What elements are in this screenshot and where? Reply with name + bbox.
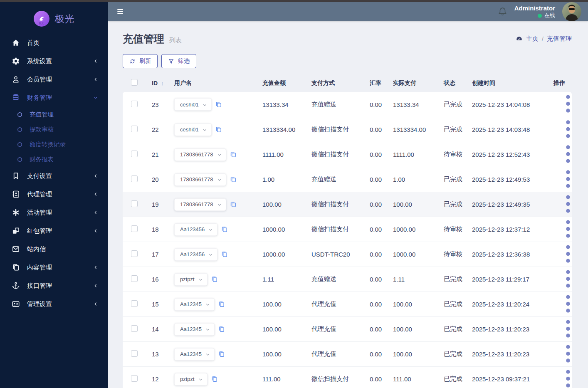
sidebar-item-system-settings[interactable]: 系统设置 [0, 52, 108, 70]
sidebar-item-content-management[interactable]: 内容管理 [0, 258, 108, 277]
copy-username-icon[interactable] [218, 351, 225, 358]
copy-username-icon[interactable] [211, 376, 218, 383]
copy-username-icon[interactable] [230, 151, 237, 158]
row-checkbox[interactable] [131, 126, 138, 132]
sidebar-item-payment-settings[interactable]: 支付设置 [0, 167, 108, 185]
row-actions-button[interactable] [559, 259, 577, 267]
sidebar-item-activity-management[interactable]: 活动管理 [0, 203, 108, 222]
sidebar-item-site-message[interactable]: 站内信 [0, 240, 108, 258]
sidebar: 极光 极光 首页系统设置会员管理财务管理充值管理提款审核额度转换记录财务报表支付… [0, 2, 108, 388]
row-checkbox[interactable] [131, 250, 138, 257]
cell-check [123, 375, 146, 383]
row-checkbox[interactable] [131, 225, 138, 232]
username-select-value: 17803661778 [180, 151, 213, 158]
username-select[interactable]: pztpzt [174, 273, 208, 286]
chevron-left-icon [93, 77, 98, 82]
username-select[interactable]: Aa12345 [174, 348, 215, 361]
cell-rate: 0.00 [367, 301, 390, 308]
row-checkbox[interactable] [131, 200, 138, 207]
brand[interactable]: 极光 极光 [0, 2, 108, 34]
username-select[interactable]: ceshi01 [174, 98, 212, 111]
copy-username-icon[interactable] [230, 201, 237, 208]
copy-username-icon[interactable] [221, 251, 228, 258]
row-actions-button[interactable] [559, 235, 577, 242]
cell-actual: 1.11 [390, 276, 441, 283]
username-select[interactable]: 17803661778 [174, 148, 226, 161]
row-actions-button[interactable] [559, 384, 577, 388]
username-select[interactable]: ceshi01 [174, 124, 212, 136]
cell-check [123, 101, 146, 109]
sidebar-item-finance-management[interactable]: 财务管理 [0, 89, 108, 107]
row-actions-button[interactable] [559, 309, 577, 316]
cell-actual: 1313334.00 [390, 126, 441, 133]
sidebar-item-agent-management[interactable]: 代理管理 [0, 185, 108, 203]
copy-username-icon[interactable] [211, 276, 218, 283]
clone-solid-icon [12, 227, 20, 235]
username-select-value: Aa12345 [180, 301, 202, 307]
row-actions-button[interactable] [559, 160, 577, 167]
sidebar-item-interface-management[interactable]: 接口管理 [0, 277, 108, 295]
filter-button[interactable]: 筛选 [161, 54, 196, 68]
copy-username-icon[interactable] [230, 176, 237, 183]
sidebar-subitem-withdraw-review[interactable]: 提款审核 [0, 122, 108, 137]
breadcrumb-current[interactable]: 充值管理 [547, 35, 572, 43]
breadcrumb-home-link[interactable]: 主页 [526, 35, 539, 43]
header-cell-id[interactable]: ID↑ [146, 80, 172, 86]
cell-username: Aa12345 [172, 298, 260, 311]
copy-username-icon[interactable] [218, 326, 225, 333]
row-actions-button[interactable] [559, 135, 577, 142]
sidebar-item-redpacket-management[interactable]: 红包管理 [0, 222, 108, 240]
select-all-checkbox[interactable] [131, 79, 138, 86]
cell-rate: 0.00 [367, 101, 390, 108]
user-meta[interactable]: Administrator 在线 [514, 4, 555, 19]
sidebar-subitem-finance-reports[interactable]: 财务报表 [0, 152, 108, 167]
notifications-bell-icon[interactable] [498, 7, 507, 17]
sidebar-subitem-recharge-management[interactable]: 充值管理 [0, 107, 108, 122]
row-checkbox[interactable] [131, 275, 138, 282]
sidebar-item-member-management[interactable]: 会员管理 [0, 70, 108, 89]
sidebar-subitem-quota-conversion-records[interactable]: 额度转换记录 [0, 137, 108, 152]
copy-username-icon[interactable] [215, 126, 222, 133]
sidebar-item-admin-settings[interactable]: 管理设置 [0, 295, 108, 313]
username-select[interactable]: pztpzt [174, 373, 208, 386]
refresh-button[interactable]: 刷新 [123, 54, 158, 68]
row-actions-button[interactable] [559, 359, 577, 366]
row-actions-button[interactable] [559, 185, 577, 192]
sort-up-icon[interactable]: ↑ [161, 80, 164, 86]
row-actions-button[interactable] [559, 210, 577, 217]
row-actions-button[interactable] [559, 284, 577, 292]
username-select-value: pztpzt [180, 276, 195, 282]
cell-rate: 0.00 [367, 251, 390, 258]
row-actions-button[interactable] [559, 109, 577, 116]
username-select[interactable]: 17803661778 [174, 173, 226, 186]
cell-created: 2025-12-23 12:37:12 [469, 226, 549, 233]
username-select[interactable]: 17803661778 [174, 198, 226, 211]
copy-username-icon[interactable] [215, 101, 222, 108]
row-checkbox[interactable] [131, 300, 138, 307]
username-select[interactable]: Aa12345 [174, 298, 215, 311]
chevron-down-icon [217, 177, 222, 182]
copy-username-icon[interactable] [221, 226, 228, 233]
chevron-left-icon [93, 302, 98, 306]
bookmark-icon [12, 172, 20, 180]
cell-check [123, 200, 146, 208]
username-select[interactable]: Aa12345 [174, 323, 215, 336]
row-actions-button[interactable] [559, 334, 577, 341]
row-checkbox[interactable] [131, 151, 138, 157]
row-checkbox[interactable] [131, 101, 138, 107]
row-checkbox[interactable] [131, 175, 138, 182]
cell-check [123, 151, 146, 158]
user-avatar[interactable] [562, 2, 581, 21]
sidebar-item-home[interactable]: 首页 [0, 34, 108, 52]
sidebar-toggle-button[interactable] [116, 7, 125, 16]
row-checkbox[interactable] [131, 375, 138, 382]
cell-amount: 100.00 [260, 301, 309, 308]
content: 充值管理 列表 主页 / 充值管理 刷新 [108, 21, 588, 388]
username-select[interactable]: Aa123456 [174, 223, 217, 236]
copy-username-icon[interactable] [218, 301, 225, 308]
row-checkbox[interactable] [131, 325, 138, 332]
username-select[interactable]: Aa123456 [174, 248, 217, 261]
table-row: 12pztpzt111.00微信扫描支付0.00111.00已完成2025-12… [123, 366, 572, 388]
row-checkbox[interactable] [131, 350, 138, 357]
cell-action [549, 217, 572, 242]
